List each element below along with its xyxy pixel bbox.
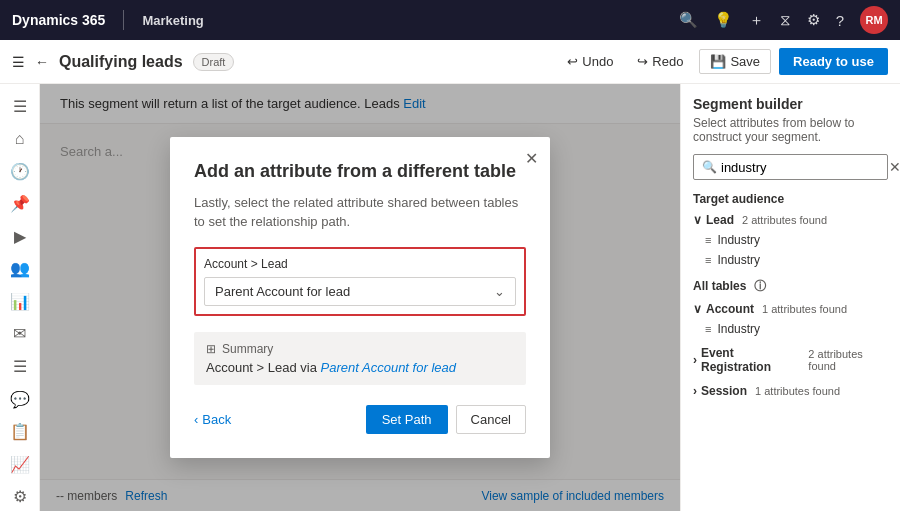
brand: Dynamics 365 Marketing — [12, 10, 204, 30]
nav-actions: ↩ Undo ↪ Redo 💾 Save Ready to use — [559, 48, 888, 75]
chevron-down-icon: ⌄ — [494, 284, 505, 299]
panel-subtitle: Select attributes from below to construc… — [693, 116, 888, 144]
account-attribute-icon: ≡ — [705, 323, 711, 335]
sidebar-home-icon[interactable]: ⌂ — [2, 125, 38, 154]
lead-expand[interactable]: ∨ Lead 2 attributes found — [693, 210, 888, 230]
sidebar-chat-icon[interactable]: 💬 — [2, 385, 38, 414]
lead-industry-label-1: Industry — [717, 233, 760, 247]
sidebar-pin-icon[interactable]: 📌 — [2, 190, 38, 219]
event-count: 2 attributes found — [808, 348, 888, 372]
session-count: 1 attributes found — [755, 385, 840, 397]
top-nav-icons: 🔍 💡 ＋ ⧖ ⚙ ? RM — [679, 6, 888, 34]
sidebar-chart-icon[interactable]: 📊 — [2, 287, 38, 316]
search-input[interactable] — [721, 160, 889, 175]
nav-divider — [123, 10, 124, 30]
set-path-button[interactable]: Set Path — [366, 405, 448, 434]
event-chevron-icon: › — [693, 353, 697, 367]
panel-search-icon: 🔍 — [702, 160, 717, 174]
top-nav: Dynamics 365 Marketing 🔍 💡 ＋ ⧖ ⚙ ? RM — [0, 0, 900, 40]
target-audience-section: Target audience ∨ Lead 2 attributes foun… — [693, 192, 888, 270]
sidebar-play-icon[interactable]: ▶ — [2, 222, 38, 251]
help-icon[interactable]: ? — [836, 12, 844, 29]
attribute-icon-2: ≡ — [705, 254, 711, 266]
search-icon[interactable]: 🔍 — [679, 11, 698, 29]
account-industry-label: Industry — [717, 322, 760, 336]
sidebar-people-icon[interactable]: 👥 — [2, 255, 38, 284]
summary-text: Account > Lead via Parent Account for le… — [206, 360, 514, 375]
attribute-icon-1: ≡ — [705, 234, 711, 246]
sidebar-settings2-icon[interactable]: ⚙ — [2, 482, 38, 511]
avatar[interactable]: RM — [860, 6, 888, 34]
lead-industry-item-1[interactable]: ≡ Industry — [693, 230, 888, 250]
redo-icon: ↪ — [637, 54, 648, 69]
sidebar-email-icon[interactable]: ✉ — [2, 320, 38, 349]
lead-industry-label-2: Industry — [717, 253, 760, 267]
cancel-button[interactable]: Cancel — [456, 405, 526, 434]
ready-to-use-button[interactable]: Ready to use — [779, 48, 888, 75]
summary-icon: ⊞ — [206, 342, 216, 356]
status-badge: Draft — [193, 53, 235, 71]
brand-text: Dynamics 365 — [12, 12, 105, 28]
main-layout: ☰ ⌂ 🕐 📌 ▶ 👥 📊 ✉ ☰ 💬 📋 📈 ⚙ This segment w… — [0, 84, 900, 511]
left-sidebar: ☰ ⌂ 🕐 📌 ▶ 👥 📊 ✉ ☰ 💬 📋 📈 ⚙ — [0, 84, 40, 511]
all-tables-section: All tables ⓘ ∨ Account 1 attributes foun… — [693, 278, 888, 401]
modal-close-button[interactable]: ✕ — [525, 149, 538, 168]
relationship-dropdown[interactable]: Parent Account for lead ⌄ — [204, 277, 516, 306]
sidebar-menu-icon[interactable]: ☰ — [2, 92, 38, 121]
app-name: Marketing — [142, 13, 203, 28]
undo-button[interactable]: ↩ Undo — [559, 50, 621, 73]
modal-footer-right: Set Path Cancel — [366, 405, 526, 434]
lead-chevron-icon: ∨ — [693, 213, 702, 227]
account-expand[interactable]: ∨ Account 1 attributes found — [693, 299, 888, 319]
target-audience-label: Target audience — [693, 192, 888, 206]
redo-button[interactable]: ↪ Redo — [629, 50, 691, 73]
second-nav: ☰ ← Qualifying leads Draft ↩ Undo ↪ Redo… — [0, 40, 900, 84]
right-panel: Segment builder Select attributes from b… — [680, 84, 900, 511]
account-industry-item[interactable]: ≡ Industry — [693, 319, 888, 339]
back-button[interactable]: ‹ Back — [194, 412, 231, 427]
modal-title: Add an attribute from a different table — [194, 161, 526, 182]
modal-description: Lastly, select the related attribute sha… — [194, 194, 526, 230]
modal-footer: ‹ Back Set Path Cancel — [194, 405, 526, 434]
filter-icon[interactable]: ⧖ — [780, 11, 791, 29]
sidebar-recent-icon[interactable]: 🕐 — [2, 157, 38, 186]
lightbulb-icon[interactable]: 💡 — [714, 11, 733, 29]
sidebar-list-icon[interactable]: ☰ — [2, 352, 38, 381]
search-clear-icon[interactable]: ✕ — [889, 159, 900, 175]
save-button[interactable]: 💾 Save — [699, 49, 771, 74]
session-expand[interactable]: › Session 1 attributes found — [693, 381, 888, 401]
modal-select-label: Account > Lead — [204, 257, 516, 271]
modal-overlay: ✕ Add an attribute from a different tabl… — [40, 84, 680, 511]
sidebar-data-icon[interactable]: 📋 — [2, 417, 38, 446]
hamburger-icon[interactable]: ☰ — [12, 54, 25, 70]
undo-icon: ↩ — [567, 54, 578, 69]
modal: ✕ Add an attribute from a different tabl… — [170, 137, 550, 457]
panel-title: Segment builder — [693, 96, 888, 112]
summary-title: ⊞ Summary — [206, 342, 514, 356]
session-chevron-icon: › — [693, 384, 697, 398]
content-area: This segment will return a list of the t… — [40, 84, 680, 511]
lead-count: 2 attributes found — [742, 214, 827, 226]
lead-industry-item-2[interactable]: ≡ Industry — [693, 250, 888, 270]
info-icon: ⓘ — [754, 279, 766, 293]
account-chevron-icon: ∨ — [693, 302, 702, 316]
search-container: 🔍 ✕ — [693, 154, 888, 180]
all-tables-label: All tables ⓘ — [693, 278, 888, 295]
plus-icon[interactable]: ＋ — [749, 11, 764, 30]
settings-icon[interactable]: ⚙ — [807, 11, 820, 29]
page-title: Qualifying leads — [59, 53, 183, 71]
back-arrow-icon[interactable]: ← — [35, 54, 49, 70]
save-icon: 💾 — [710, 54, 726, 69]
back-chevron-icon: ‹ — [194, 412, 198, 427]
sidebar-analytics-icon[interactable]: 📈 — [2, 450, 38, 479]
modal-summary: ⊞ Summary Account > Lead via Parent Acco… — [194, 332, 526, 385]
event-expand[interactable]: › Event Registration 2 attributes found — [693, 343, 888, 377]
relationship-value: Parent Account for lead — [215, 284, 350, 299]
modal-select-group: Account > Lead Parent Account for lead ⌄ — [194, 247, 526, 316]
account-count: 1 attributes found — [762, 303, 847, 315]
